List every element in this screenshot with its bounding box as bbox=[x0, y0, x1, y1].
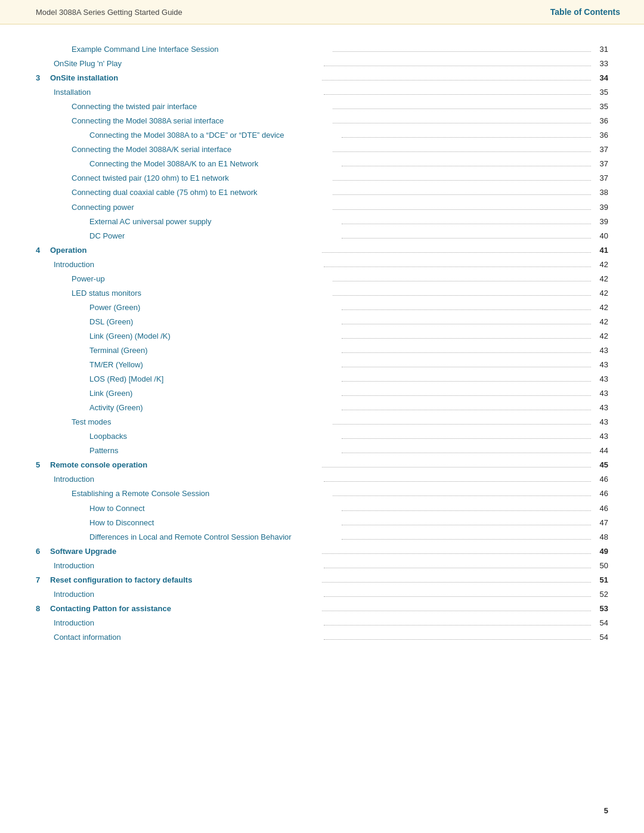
toc-entry[interactable]: Connecting the Model 3088A/K serial inte… bbox=[36, 143, 608, 157]
toc-entry[interactable]: Introduction 46 bbox=[36, 472, 608, 487]
toc-entry[interactable]: Connecting the twisted pair interface 35 bbox=[36, 100, 608, 114]
toc-dots bbox=[342, 238, 592, 239]
toc-label[interactable]: Connecting the Model 3088A serial interf… bbox=[72, 114, 330, 128]
toc-page: 31 bbox=[593, 42, 608, 57]
toc-entry[interactable]: LOS (Red) [Model /K] 43 bbox=[36, 372, 608, 386]
toc-page: 33 bbox=[593, 57, 608, 71]
toc-label[interactable]: Introduction bbox=[54, 258, 321, 272]
toc-dots bbox=[333, 51, 592, 52]
toc-label[interactable]: Connecting the twisted pair interface bbox=[72, 100, 330, 114]
toc-label[interactable]: Power-up bbox=[72, 272, 330, 286]
toc-entry[interactable]: Power-up 42 bbox=[36, 272, 608, 286]
toc-label[interactable]: Establishing a Remote Console Session bbox=[72, 487, 330, 501]
toc-entry[interactable]: Connecting power 39 bbox=[36, 200, 608, 215]
toc-label[interactable]: Reset configuration to factory defaults bbox=[50, 573, 320, 587]
toc-label[interactable]: Introduction bbox=[54, 472, 321, 487]
toc-entry[interactable]: Terminal (Green) 43 bbox=[36, 343, 608, 358]
toc-entry[interactable]: 6 Software Upgrade 49 bbox=[36, 544, 608, 559]
toc-entry[interactable]: 8 Contacting Patton for assistance 53 bbox=[36, 602, 608, 616]
toc-page: 42 bbox=[593, 301, 608, 315]
toc-entry[interactable]: 7 Reset configuration to factory default… bbox=[36, 573, 608, 587]
toc-entry[interactable]: Connecting the Model 3088A to a “DCE” or… bbox=[36, 128, 608, 143]
toc-label[interactable]: Introduction bbox=[54, 587, 321, 602]
toc-entry[interactable]: Introduction 54 bbox=[36, 616, 608, 630]
toc-entry[interactable]: OnSite Plug 'n' Play 33 bbox=[36, 57, 608, 71]
toc-label[interactable]: How to Connect bbox=[89, 501, 339, 516]
toc-label[interactable]: Introduction bbox=[54, 616, 321, 630]
toc-label[interactable]: Connect twisted pair (120 ohm) to E1 net… bbox=[72, 171, 330, 185]
toc-label[interactable]: Connecting the Model 3088A/K to an E1 Ne… bbox=[89, 157, 339, 171]
toc-page: 46 bbox=[593, 501, 608, 516]
toc-page: 43 bbox=[593, 343, 608, 358]
toc-label[interactable]: Activity (Green) bbox=[89, 401, 339, 415]
toc-entry[interactable]: 4 Operation 41 bbox=[36, 243, 608, 258]
toc-section-num: 3 bbox=[36, 71, 48, 85]
toc-entry[interactable]: How to Disconnect 47 bbox=[36, 516, 608, 530]
toc-entry[interactable]: DSL (Green) 42 bbox=[36, 315, 608, 329]
toc-dots bbox=[333, 424, 592, 425]
toc-entry[interactable]: How to Connect 46 bbox=[36, 501, 608, 516]
toc-label[interactable]: Terminal (Green) bbox=[89, 343, 339, 358]
toc-label[interactable]: OnSite Plug 'n' Play bbox=[54, 57, 321, 71]
toc-label[interactable]: External AC universal power supply bbox=[89, 215, 339, 229]
toc-label[interactable]: DC Power bbox=[89, 229, 339, 243]
toc-label[interactable]: Test modes bbox=[72, 415, 330, 429]
toc-dots bbox=[324, 481, 592, 482]
toc-entry[interactable]: Example Command Line Interface Session 3… bbox=[36, 42, 608, 57]
toc-label[interactable]: Connecting the Model 3088A/K serial inte… bbox=[72, 143, 330, 157]
toc-dots bbox=[342, 324, 592, 324]
toc-label[interactable]: TM/ER (Yellow) bbox=[89, 358, 339, 372]
toc-label[interactable]: Link (Green) (Model /K) bbox=[89, 329, 339, 343]
toc-entry[interactable]: Installation 35 bbox=[36, 85, 608, 100]
toc-label[interactable]: Example Command Line Interface Session bbox=[72, 42, 330, 57]
toc-entry[interactable]: Activity (Green) 43 bbox=[36, 401, 608, 415]
toc-page: 34 bbox=[593, 71, 608, 85]
toc-entry[interactable]: Link (Green) (Model /K) 42 bbox=[36, 329, 608, 343]
toc-entry[interactable]: Connecting the Model 3088A/K to an E1 Ne… bbox=[36, 157, 608, 171]
toc-label[interactable]: Differences in Local and Remote Control … bbox=[89, 530, 339, 544]
toc-entry[interactable]: DC Power 40 bbox=[36, 229, 608, 243]
toc-entry[interactable]: LED status monitors 42 bbox=[36, 286, 608, 301]
toc-page: 51 bbox=[593, 573, 608, 587]
toc-entry[interactable]: Differences in Local and Remote Control … bbox=[36, 530, 608, 544]
toc-page: 53 bbox=[593, 602, 608, 616]
toc-label[interactable]: Connecting power bbox=[72, 200, 330, 215]
toc-label[interactable]: Contacting Patton for assistance bbox=[50, 602, 320, 616]
toc-entry[interactable]: Loopbacks 43 bbox=[36, 429, 608, 444]
toc-label[interactable]: Operation bbox=[50, 243, 320, 258]
toc-entry[interactable]: Patterns 44 bbox=[36, 444, 608, 458]
toc-entry[interactable]: External AC universal power supply 39 bbox=[36, 215, 608, 229]
toc-label[interactable]: Software Upgrade bbox=[50, 544, 320, 559]
toc-label[interactable]: Remote console operation bbox=[50, 458, 320, 472]
toc-label[interactable]: How to Disconnect bbox=[89, 516, 339, 530]
toc-entry[interactable]: 5 Remote console operation 45 bbox=[36, 458, 608, 472]
toc-dots bbox=[324, 568, 592, 568]
toc-label[interactable]: LED status monitors bbox=[72, 286, 330, 301]
toc-entry[interactable]: Establishing a Remote Console Session 46 bbox=[36, 487, 608, 501]
toc-label[interactable]: Loopbacks bbox=[89, 429, 339, 444]
toc-entry[interactable]: Test modes 43 bbox=[36, 415, 608, 429]
toc-label[interactable]: Contact information bbox=[54, 630, 321, 645]
toc-label[interactable]: LOS (Red) [Model /K] bbox=[89, 372, 339, 386]
toc-page: 43 bbox=[593, 358, 608, 372]
toc-label[interactable]: Introduction bbox=[54, 559, 321, 573]
toc-label[interactable]: OnSite installation bbox=[50, 71, 320, 85]
toc-entry[interactable]: Introduction 42 bbox=[36, 258, 608, 272]
toc-entry[interactable]: Connect twisted pair (120 ohm) to E1 net… bbox=[36, 171, 608, 185]
toc-label[interactable]: Installation bbox=[54, 85, 321, 100]
toc-label[interactable]: Patterns bbox=[89, 444, 339, 458]
toc-entry[interactable]: Contact information 54 bbox=[36, 630, 608, 645]
toc-entry[interactable]: Link (Green) 43 bbox=[36, 386, 608, 401]
toc-label[interactable]: Power (Green) bbox=[89, 301, 339, 315]
toc-entry[interactable]: TM/ER (Yellow) 43 bbox=[36, 358, 608, 372]
toc-label[interactable]: DSL (Green) bbox=[89, 315, 339, 329]
toc-entry[interactable]: 3 OnSite installation 34 bbox=[36, 71, 608, 85]
toc-label[interactable]: Connecting the Model 3088A to a “DCE” or… bbox=[89, 128, 339, 143]
toc-label[interactable]: Connecting dual coaxial cable (75 ohm) t… bbox=[72, 185, 330, 200]
toc-label[interactable]: Link (Green) bbox=[89, 386, 339, 401]
toc-entry[interactable]: Power (Green) 42 bbox=[36, 301, 608, 315]
toc-entry[interactable]: Connecting the Model 3088A serial interf… bbox=[36, 114, 608, 128]
toc-entry[interactable]: Connecting dual coaxial cable (75 ohm) t… bbox=[36, 185, 608, 200]
toc-entry[interactable]: Introduction 50 bbox=[36, 559, 608, 573]
toc-entry[interactable]: Introduction 52 bbox=[36, 587, 608, 602]
